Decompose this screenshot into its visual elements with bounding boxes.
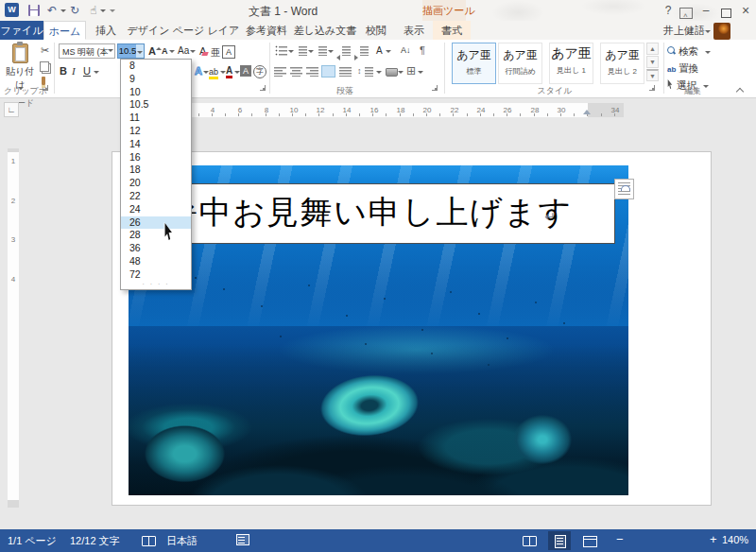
- tab-view[interactable]: 表示: [395, 21, 433, 40]
- show-marks-button[interactable]: ¶: [420, 44, 425, 56]
- bullets-button[interactable]: [275, 45, 287, 56]
- ime-mode-button[interactable]: [231, 531, 253, 550]
- page-count[interactable]: 1/1 ページ: [8, 534, 57, 548]
- font-size-combo[interactable]: 10.5: [117, 43, 145, 59]
- phonetic-guide-button[interactable]: 亜: [211, 46, 220, 60]
- styles-scroll-up[interactable]: ▲: [646, 43, 659, 55]
- word-app-icon[interactable]: W: [5, 3, 19, 17]
- multilevel-list-button[interactable]: [315, 45, 327, 56]
- align-left-button[interactable]: [274, 66, 286, 77]
- save-button[interactable]: [28, 5, 40, 16]
- help-button[interactable]: ?: [660, 2, 677, 19]
- tab-insert[interactable]: 挿入: [87, 21, 125, 40]
- font-color-button[interactable]: A: [226, 66, 232, 78]
- numbering-button[interactable]: [295, 45, 307, 56]
- tab-review[interactable]: 校閲: [357, 21, 395, 40]
- right-indent-marker[interactable]: [583, 110, 591, 114]
- font-size-option[interactable]: 11: [121, 112, 191, 125]
- styles-scroll-down[interactable]: ▼: [646, 56, 659, 68]
- character-shading-button[interactable]: A: [240, 65, 251, 77]
- font-size-option[interactable]: 72: [121, 268, 191, 282]
- web-layout-button[interactable]: [578, 531, 601, 550]
- font-size-option[interactable]: 24: [121, 203, 191, 216]
- character-border-button[interactable]: A: [222, 45, 235, 59]
- change-case-button[interactable]: Aa: [178, 45, 189, 56]
- close-button[interactable]: ×: [737, 2, 754, 19]
- underline-button[interactable]: U: [83, 65, 91, 77]
- shrink-font-button[interactable]: A: [162, 46, 168, 56]
- collapse-ribbon-button[interactable]: [736, 87, 744, 95]
- font-dialog-launcher[interactable]: [261, 86, 267, 93]
- borders-button[interactable]: ⊞: [406, 64, 416, 78]
- cut-button[interactable]: ✂: [38, 43, 52, 57]
- read-mode-button[interactable]: [518, 531, 541, 550]
- layout-options-button[interactable]: [614, 179, 634, 199]
- font-size-option-highlighted[interactable]: 26: [121, 216, 191, 230]
- font-size-option[interactable]: 16: [121, 151, 191, 164]
- text-highlight-button[interactable]: ab: [209, 67, 218, 79]
- dropdown-grip[interactable]: · · · ·: [121, 282, 191, 289]
- distribute-button[interactable]: [339, 66, 352, 77]
- document-page[interactable]: 暑中お見舞い申し上げます ↵: [112, 151, 712, 506]
- enclose-characters-button[interactable]: 字: [253, 65, 266, 78]
- user-menu-dropdown-icon[interactable]: [705, 30, 711, 33]
- qat-customize-icon[interactable]: [110, 9, 115, 12]
- font-size-option[interactable]: 36: [121, 242, 191, 255]
- tab-format[interactable]: 書式: [433, 21, 471, 40]
- align-right-button[interactable]: [306, 66, 318, 77]
- tab-references[interactable]: 参考資料: [240, 21, 293, 40]
- style-heading2[interactable]: あア亜 見出し 2: [600, 43, 644, 84]
- print-layout-button[interactable]: [548, 531, 571, 550]
- sort-button[interactable]: A↓: [401, 45, 411, 55]
- font-size-option[interactable]: 48: [121, 255, 191, 268]
- bold-button[interactable]: B: [60, 65, 67, 77]
- zoom-in-button[interactable]: +: [710, 532, 717, 546]
- style-normal[interactable]: あア亜 標準: [452, 43, 496, 84]
- line-spacing-button[interactable]: ↕: [357, 66, 362, 76]
- tab-design[interactable]: デザイン: [125, 21, 172, 40]
- italic-button[interactable]: I: [72, 65, 76, 77]
- word-count[interactable]: 12/12 文字: [70, 534, 120, 548]
- font-size-option[interactable]: 9: [121, 73, 191, 86]
- horizontal-ruler[interactable]: 2 4 6 8 10 12 14 16 18 20 22 24 26 28 30…: [120, 103, 624, 117]
- asian-layout-button[interactable]: A: [376, 45, 383, 56]
- font-size-option[interactable]: 14: [121, 138, 191, 151]
- ribbon-display-options-button[interactable]: [678, 2, 695, 19]
- proofing-status-button[interactable]: [137, 531, 160, 550]
- justify-button[interactable]: [322, 66, 335, 77]
- font-size-option[interactable]: 20: [121, 177, 191, 190]
- font-size-option[interactable]: 10.5: [121, 98, 191, 112]
- style-no-spacing[interactable]: あア亜 行間詰め: [498, 43, 542, 84]
- tab-home[interactable]: ホーム: [43, 21, 86, 40]
- redo-button[interactable]: ↻: [68, 3, 81, 18]
- tab-selector[interactable]: ∟: [4, 102, 19, 117]
- vertical-ruler[interactable]: 1 2 3 4: [8, 148, 19, 508]
- font-size-option[interactable]: 22: [121, 190, 191, 203]
- touch-mode-button[interactable]: ☝: [87, 3, 100, 18]
- decrease-indent-button[interactable]: [336, 47, 340, 64]
- font-size-option[interactable]: 18: [121, 164, 191, 177]
- tab-mailings[interactable]: 差し込み文書: [293, 21, 357, 40]
- undo-button[interactable]: ↶: [45, 3, 59, 18]
- font-name-dropdown-icon[interactable]: [108, 49, 113, 52]
- align-center-button[interactable]: [290, 66, 302, 77]
- font-size-option[interactable]: 8: [121, 60, 191, 73]
- find-button[interactable]: 検索: [667, 44, 711, 59]
- font-size-dropdown-button[interactable]: [136, 44, 144, 58]
- undo-dropdown-icon[interactable]: [60, 9, 66, 12]
- clear-formatting-button[interactable]: A: [199, 45, 206, 57]
- greeting-text-box[interactable]: 暑中お見舞い申し上げます ↵: [130, 183, 615, 244]
- style-heading1[interactable]: あア亜 見出し 1: [549, 43, 593, 84]
- paragraph-dialog-launcher[interactable]: [433, 86, 439, 93]
- shading-button[interactable]: [386, 68, 398, 77]
- maximize-button[interactable]: [717, 2, 734, 19]
- user-avatar[interactable]: [713, 23, 730, 40]
- touch-mode-dropdown-icon[interactable]: [100, 9, 106, 12]
- zoom-out-button[interactable]: −: [616, 532, 624, 546]
- font-size-option[interactable]: 12: [121, 125, 191, 138]
- tab-file[interactable]: ファイル: [0, 21, 43, 40]
- minimize-button[interactable]: –: [697, 2, 714, 19]
- grow-font-button[interactable]: A: [148, 45, 156, 57]
- styles-more-button[interactable]: ▼: [646, 69, 659, 81]
- language-status[interactable]: 日本語: [166, 534, 198, 548]
